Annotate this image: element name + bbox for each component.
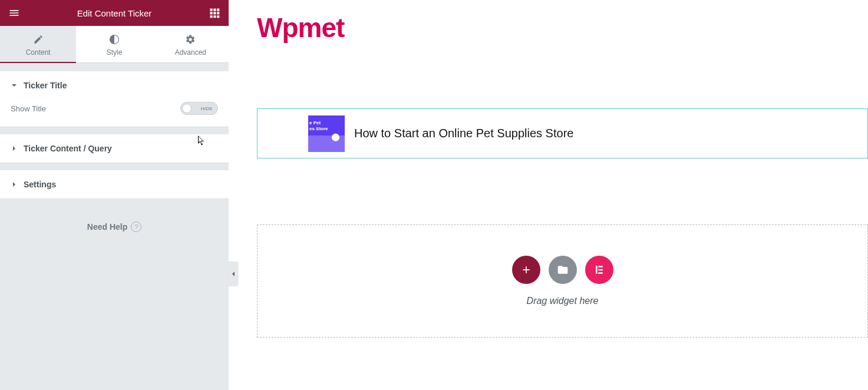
pencil-icon <box>33 34 44 45</box>
add-widget-button[interactable] <box>512 256 540 284</box>
preview-canvas: Wpmet How to Start an Online Pet Supplie… <box>229 0 868 390</box>
spacer <box>0 63 229 71</box>
need-help-label: Need Help <box>87 222 127 232</box>
chevron-down-icon <box>11 82 18 89</box>
chevron-left-icon <box>230 271 236 277</box>
ticker-thumbnail <box>308 115 345 152</box>
template-library-button[interactable] <box>549 256 577 284</box>
hamburger-icon[interactable] <box>7 6 21 20</box>
question-icon: ? <box>131 222 141 232</box>
brand-title: Wpmet <box>257 12 868 44</box>
section-settings: Settings <box>0 170 229 199</box>
tab-advanced[interactable]: Advanced <box>153 26 229 62</box>
chevron-right-icon <box>11 181 18 188</box>
tab-advanced-label: Advanced <box>175 48 206 57</box>
show-title-toggle[interactable]: HIDE <box>180 102 218 115</box>
toggle-knob <box>182 104 192 113</box>
widget-dropzone[interactable]: Drag widget here <box>257 224 868 338</box>
need-help[interactable]: Need Help ? <box>0 199 229 255</box>
spacer <box>0 127 229 134</box>
tab-content[interactable]: Content <box>0 26 76 62</box>
content-ticker-widget[interactable]: How to Start an Online Pet Supplies Stor… <box>257 108 868 158</box>
plus-icon <box>520 264 532 276</box>
panel-title: Edit Content Ticker <box>21 8 207 18</box>
ticker-item-text: How to Start an Online Pet Supplies Stor… <box>354 127 573 140</box>
collapse-panel-handle[interactable] <box>229 262 238 286</box>
dropzone-actions <box>512 256 613 284</box>
panel-tabs: Content Style Advanced <box>0 26 229 63</box>
section-title: Settings <box>24 180 56 189</box>
elementskit-button[interactable] <box>585 256 613 284</box>
section-body-ticker-title: Show Title HIDE <box>0 100 229 127</box>
section-header-ticker-title[interactable]: Ticker Title <box>0 71 229 100</box>
panel-header: Edit Content Ticker <box>0 0 229 26</box>
ek-icon <box>593 264 605 276</box>
spacer <box>0 163 229 170</box>
half-circle-icon <box>109 34 120 45</box>
toggle-text: HIDE <box>201 106 213 111</box>
tab-content-label: Content <box>26 48 51 57</box>
control-show-title: Show Title HIDE <box>11 100 218 115</box>
section-title: Ticker Content / Query <box>24 144 112 153</box>
section-ticker-content: Ticker Content / Query <box>0 134 229 163</box>
section-header-ticker-content[interactable]: Ticker Content / Query <box>0 134 229 163</box>
dropzone-label: Drag widget here <box>527 296 599 306</box>
tab-style[interactable]: Style <box>76 26 152 62</box>
show-title-label: Show Title <box>11 104 46 113</box>
gear-icon <box>185 34 196 45</box>
chevron-right-icon <box>11 145 18 152</box>
grid-icon[interactable] <box>207 6 222 20</box>
section-title: Ticker Title <box>24 81 67 90</box>
section-ticker-title: Ticker Title Show Title HIDE <box>0 71 229 127</box>
section-header-settings[interactable]: Settings <box>0 170 229 199</box>
folder-icon <box>557 264 569 276</box>
tab-style-label: Style <box>107 48 123 57</box>
editor-panel: Edit Content Ticker Content Style Advanc… <box>0 0 229 390</box>
